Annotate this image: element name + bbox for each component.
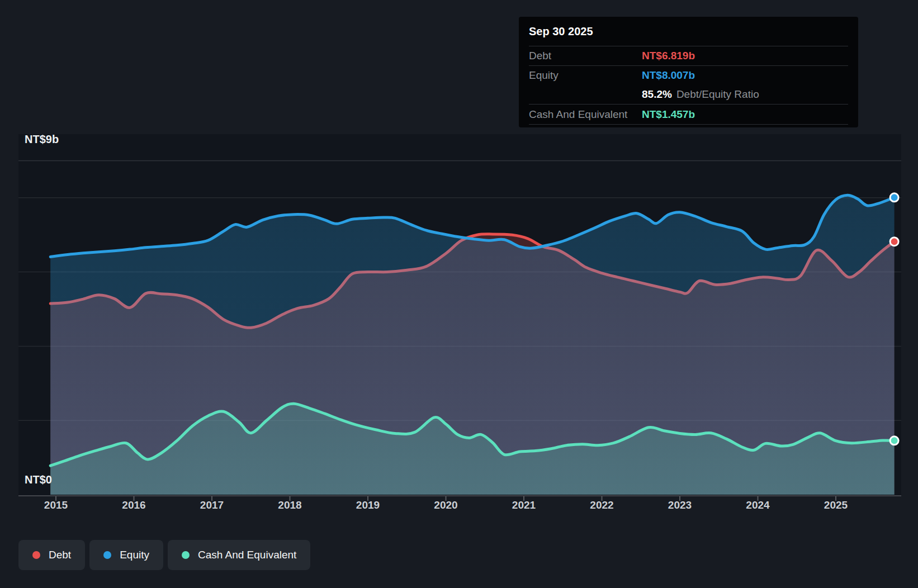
tooltip-divider <box>529 124 848 125</box>
debt-equity-chart-panel: NT$9b NT$0 20152016201720182019202020212… <box>0 0 918 588</box>
x-axis-label: 2022 <box>590 499 613 511</box>
cash-dot-icon <box>182 551 190 559</box>
tooltip-panel: Sep 30 2025 Debt NT$6.819b Equity NT$8.0… <box>519 17 858 127</box>
tooltip-ratio-label: Debt/Equity Ratio <box>676 88 759 101</box>
equity-dot-icon <box>103 551 111 559</box>
legend-equity-label: Equity <box>120 549 149 561</box>
tooltip-date: Sep 30 2025 <box>529 17 848 46</box>
tooltip-equity-label: Equity <box>529 69 642 82</box>
y-axis-label-zero: NT$0 <box>25 473 52 486</box>
tooltip-row-ratio: 85.2% Debt/Equity Ratio <box>529 85 848 104</box>
tooltip-row-debt: Debt NT$6.819b <box>529 46 848 65</box>
tooltip-row-cash: Cash And Equivalent NT$1.457b <box>529 105 848 124</box>
debt-dot-icon <box>32 551 40 559</box>
legend-item-equity[interactable]: Equity <box>89 540 163 570</box>
tooltip-ratio-value: 85.2% <box>642 88 672 101</box>
legend-cash-label: Cash And Equivalent <box>198 549 296 561</box>
x-axis-label: 2021 <box>512 499 536 511</box>
x-axis-label: 2016 <box>122 499 145 511</box>
x-axis-label: 2024 <box>746 499 769 511</box>
x-axis-label: 2025 <box>824 499 848 511</box>
tooltip-debt-label: Debt <box>529 50 642 62</box>
tooltip-cash-label: Cash And Equivalent <box>529 108 642 121</box>
cash-endpoint-marker <box>890 437 898 445</box>
tooltip-cash-value: NT$1.457b <box>642 108 695 121</box>
y-axis-label-max: NT$9b <box>25 133 59 146</box>
x-axis-label: 2023 <box>668 499 692 511</box>
legend-debt-label: Debt <box>49 549 71 561</box>
x-axis-label: 2015 <box>44 499 68 511</box>
legend-item-debt[interactable]: Debt <box>18 540 85 570</box>
x-axis-label: 2019 <box>356 499 380 511</box>
equity-endpoint-marker <box>890 193 898 202</box>
debt-endpoint-marker <box>890 238 898 246</box>
x-axis-labels: 2015201620172018201920202021202220232024… <box>0 499 918 516</box>
x-axis-label: 2020 <box>434 499 457 511</box>
x-axis-label: 2018 <box>278 499 301 511</box>
legend-item-cash[interactable]: Cash And Equivalent <box>168 540 310 570</box>
tooltip-debt-value: NT$6.819b <box>642 50 695 62</box>
tooltip-row-equity: Equity NT$8.007b <box>529 66 848 85</box>
legend: Debt Equity Cash And Equivalent <box>18 540 310 570</box>
x-axis-label: 2017 <box>200 499 224 511</box>
tooltip-equity-value: NT$8.007b <box>642 69 695 82</box>
